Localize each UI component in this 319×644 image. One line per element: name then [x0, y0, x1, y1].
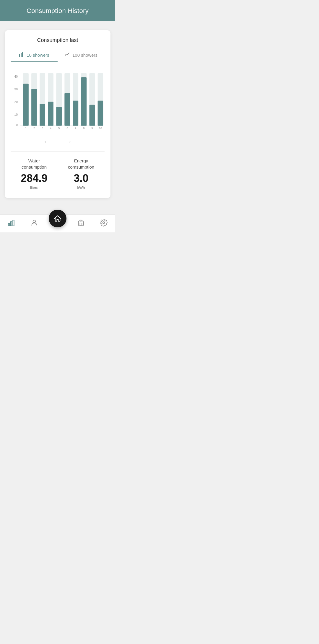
svg-rect-0 [19, 54, 20, 57]
chart-navigation: ← → [11, 133, 105, 152]
svg-rect-13 [31, 89, 37, 125]
line-chart-icon [65, 52, 70, 58]
next-arrow[interactable]: → [62, 137, 75, 146]
nav-profile[interactable] [26, 218, 43, 228]
water-consumption-unit: liters [11, 185, 58, 190]
main-content: Consumption last 10 showers [0, 21, 115, 214]
nav-goals[interactable] [72, 218, 89, 228]
svg-rect-31 [81, 77, 87, 126]
svg-rect-40 [11, 222, 12, 226]
svg-rect-34 [89, 105, 95, 126]
svg-text:7: 7 [75, 127, 76, 130]
svg-text:6: 6 [66, 127, 68, 130]
svg-text:30l: 30l [14, 88, 18, 91]
svg-rect-37 [98, 101, 103, 126]
bar-chart: 40l 30l 20l 10l 0l 1 2 [11, 67, 105, 133]
tab-100-label: 100 showers [72, 53, 97, 58]
bottom-navigation [0, 214, 115, 232]
stats-row: Waterconsumption 284.9 liters Energycoms… [11, 158, 105, 190]
tabs-container: 10 showers 100 showers [11, 49, 105, 62]
svg-text:4: 4 [50, 127, 51, 130]
nav-stats[interactable] [3, 218, 20, 228]
page-title: Consumption History [27, 7, 89, 14]
svg-text:40l: 40l [14, 75, 18, 78]
bar-chart-icon [19, 52, 24, 58]
svg-text:2: 2 [33, 127, 35, 130]
tab-10-label: 10 showers [27, 53, 49, 58]
svg-rect-22 [56, 107, 62, 126]
svg-rect-2 [22, 52, 23, 57]
svg-rect-16 [40, 104, 45, 126]
svg-text:10: 10 [99, 127, 102, 130]
svg-rect-28 [73, 101, 78, 126]
home-button[interactable] [49, 210, 66, 227]
svg-text:0l: 0l [16, 123, 18, 127]
water-consumption-value: 284.9 [11, 172, 58, 184]
tab-10-showers[interactable]: 10 showers [11, 49, 58, 62]
prev-arrow[interactable]: ← [40, 137, 53, 146]
svg-text:9: 9 [91, 127, 93, 130]
energy-consumption-unit: kWh [58, 185, 105, 190]
header: Consumption History [0, 0, 115, 21]
nav-settings[interactable] [95, 218, 112, 228]
water-consumption-label: Waterconsumption [11, 158, 58, 170]
svg-rect-1 [21, 53, 22, 57]
svg-text:3: 3 [42, 127, 43, 130]
svg-rect-39 [8, 223, 9, 226]
water-consumption-stat: Waterconsumption 284.9 liters [11, 158, 58, 190]
svg-point-46 [103, 222, 105, 224]
svg-rect-10 [23, 84, 29, 126]
svg-text:10l: 10l [14, 113, 18, 116]
svg-rect-43 [80, 223, 82, 225]
svg-rect-25 [64, 93, 70, 125]
consumption-last-label: Consumption last [11, 37, 105, 43]
svg-text:5: 5 [58, 127, 60, 130]
energy-consumption-value: 3.0 [58, 172, 105, 184]
svg-rect-41 [13, 220, 14, 226]
chart-svg: 40l 30l 20l 10l 0l 1 2 [11, 67, 105, 132]
consumption-card: Consumption last 10 showers [5, 30, 110, 198]
chart-area: 40l 30l 20l 10l 0l 1 2 [11, 67, 105, 133]
svg-text:1: 1 [25, 127, 27, 130]
energy-consumption-stat: Energycomsumption 3.0 kWh [58, 158, 105, 190]
svg-rect-19 [48, 102, 53, 125]
svg-text:20l: 20l [14, 100, 18, 104]
tab-100-showers[interactable]: 100 showers [58, 49, 105, 62]
energy-consumption-label: Energycomsumption [58, 158, 105, 170]
svg-text:8: 8 [83, 127, 84, 130]
svg-point-42 [33, 220, 36, 223]
